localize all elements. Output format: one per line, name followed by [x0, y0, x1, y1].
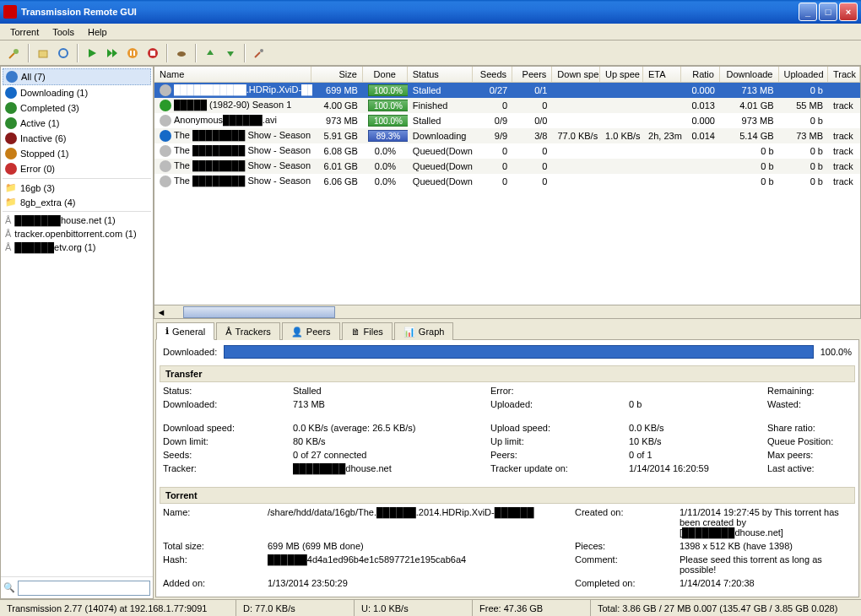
svg-rect-4: [130, 51, 132, 56]
move-up-button[interactable]: [201, 44, 219, 62]
filter-icon: [5, 132, 17, 144]
table-row[interactable]: ███████████.HDRip.XviD-█████699 MB100.0%…: [154, 83, 860, 98]
table-row[interactable]: The ████████ Show - Season 36.01 GB0.0%Q…: [154, 159, 860, 174]
sidebar-tracker-0[interactable]: Å███████house.net (1): [3, 213, 151, 227]
pause-button[interactable]: [123, 44, 142, 62]
table-row[interactable]: The ████████ Show - Season 15.91 GB89.3%…: [154, 128, 860, 143]
tab-icon: 🗎: [351, 327, 360, 337]
tab-icon: 📊: [403, 327, 415, 338]
titlebar: Transmission Remote GUI _ □ ×: [0, 0, 861, 24]
search-icon: 🔍: [3, 582, 15, 593]
info-value: /share/hdd/data/16gb/The.██████.2014.HDR…: [268, 507, 571, 538]
sidebar-filter-3[interactable]: Active (1): [3, 116, 151, 131]
close-button[interactable]: ×: [839, 3, 858, 21]
menu-help[interactable]: Help: [81, 25, 114, 39]
svg-point-8: [177, 51, 186, 57]
info-label: Uploaded:: [490, 399, 625, 419]
stop-button[interactable]: [144, 44, 162, 62]
turtle-button[interactable]: [172, 44, 191, 62]
toolbar: [0, 41, 861, 66]
tab-label: General: [172, 327, 205, 337]
table-row[interactable]: █████ (1982-90) Season 14.00 GB100.0%Fin…: [154, 98, 860, 113]
info-label: Downloaded:: [163, 399, 290, 419]
column-header[interactable]: Uploaded: [779, 67, 828, 82]
info-value: 1/11/2014 19:27:45 by This torrent has b…: [680, 507, 852, 538]
column-header[interactable]: Name: [154, 67, 311, 82]
column-header[interactable]: Size: [311, 67, 362, 82]
sidebar-filter-0[interactable]: All (7): [3, 68, 151, 85]
info-label: Seeds:: [163, 450, 290, 460]
tab-label: Peers: [306, 327, 331, 337]
add-link-button[interactable]: [54, 44, 73, 62]
sidebar-folder-0[interactable]: 📁16gb (3): [3, 181, 151, 195]
options-button[interactable]: [250, 44, 268, 62]
search-input[interactable]: [18, 581, 150, 596]
move-down-button[interactable]: [221, 44, 240, 62]
status-connection: Transmission 2.77 (14074) at 192.168.1.7…: [0, 600, 236, 616]
info-value: 1/14/2014 7:20:38: [680, 578, 852, 588]
status-icon: [160, 130, 171, 142]
tab-label: Files: [364, 327, 383, 337]
tracker-icon: Å: [5, 242, 11, 252]
column-header[interactable]: Downloade: [720, 67, 779, 82]
tab-icon: ℹ: [165, 326, 169, 337]
filter-label: Downloading (1): [20, 88, 88, 98]
menu-tools[interactable]: Tools: [46, 25, 81, 39]
filter-icon: [5, 163, 17, 175]
filter-label: Error (0): [20, 164, 55, 174]
tab-label: Trackers: [235, 327, 270, 337]
sidebar-filter-2[interactable]: Completed (3): [3, 100, 151, 116]
sidebar-filter-4[interactable]: Inactive (6): [3, 131, 151, 146]
column-header[interactable]: Status: [408, 67, 473, 82]
info-label: Comment:: [575, 554, 676, 575]
status-free: Free: 47.36 GB: [473, 600, 591, 616]
maximize-button[interactable]: □: [819, 3, 837, 21]
table-row[interactable]: The ████████ Show - Season 26.06 GB0.0%Q…: [154, 174, 860, 189]
add-torrent-button[interactable]: [34, 44, 52, 62]
info-value: 1/13/2014 23:50:29: [268, 578, 571, 588]
sidebar-filter-5[interactable]: Stopped (1): [3, 146, 151, 161]
statusbar: Transmission 2.77 (14074) at 192.168.1.7…: [0, 599, 861, 616]
tab-trackers[interactable]: ÅTrackers: [216, 322, 280, 340]
start-all-button[interactable]: [103, 44, 122, 62]
sidebar-tracker-2[interactable]: Å██████etv.org (1): [3, 240, 151, 254]
filter-icon: [5, 117, 17, 129]
status-icon: [160, 176, 171, 187]
column-header[interactable]: Down spe: [552, 67, 600, 82]
info-label: Tracker update on:: [490, 463, 625, 484]
sidebar-filter-6[interactable]: Error (0): [3, 161, 151, 176]
folder-label: 8gb_extra (4): [20, 197, 75, 208]
column-header[interactable]: Up spee: [600, 67, 643, 82]
torrent-head: Torrent: [160, 487, 855, 504]
tracker-icon: Å: [5, 229, 11, 239]
tab-icon: Å: [225, 327, 231, 337]
start-button[interactable]: [83, 44, 101, 62]
minimize-button[interactable]: _: [799, 3, 817, 21]
info-value: ██████4d4a1ed96b4e1c5897721e195cab6a4: [268, 554, 571, 575]
sidebar-filter-1[interactable]: Downloading (1): [3, 85, 151, 100]
column-header[interactable]: ETA: [643, 67, 681, 82]
column-header[interactable]: Track: [828, 67, 860, 82]
info-value: 80 KB/s: [293, 436, 487, 446]
tab-general[interactable]: ℹGeneral: [156, 322, 214, 340]
tab-peers[interactable]: 👤Peers: [282, 322, 340, 340]
column-header[interactable]: Seeds: [473, 67, 512, 82]
tracker-icon: Å: [5, 215, 11, 225]
info-value: 1398 x 512 KB (have 1398): [680, 541, 852, 551]
table-row[interactable]: The ████████ Show - Season 46.08 GB0.0%Q…: [154, 143, 860, 159]
connect-button[interactable]: [5, 44, 24, 62]
horizontal-scrollbar[interactable]: ◄: [154, 305, 860, 318]
column-header[interactable]: Ratio: [681, 67, 719, 82]
menu-torrent[interactable]: Torrent: [3, 25, 46, 39]
info-label: Queue Position:: [767, 436, 859, 446]
column-header[interactable]: Peers: [512, 67, 552, 82]
column-header[interactable]: Done: [363, 67, 408, 82]
sidebar-folder-1[interactable]: 📁8gb_extra (4): [3, 195, 151, 209]
filter-label: Completed (3): [20, 103, 79, 113]
table-row[interactable]: Anonymous██████.avi973 MB100.0%Stalled0/…: [154, 113, 860, 128]
tab-graph[interactable]: 📊Graph: [394, 322, 454, 340]
sidebar-tracker-1[interactable]: Åtracker.openbittorrent.com (1): [3, 227, 151, 240]
info-label: Tracker:: [163, 463, 290, 484]
tab-files[interactable]: 🗎Files: [342, 322, 393, 340]
tab-label: Graph: [419, 327, 445, 337]
